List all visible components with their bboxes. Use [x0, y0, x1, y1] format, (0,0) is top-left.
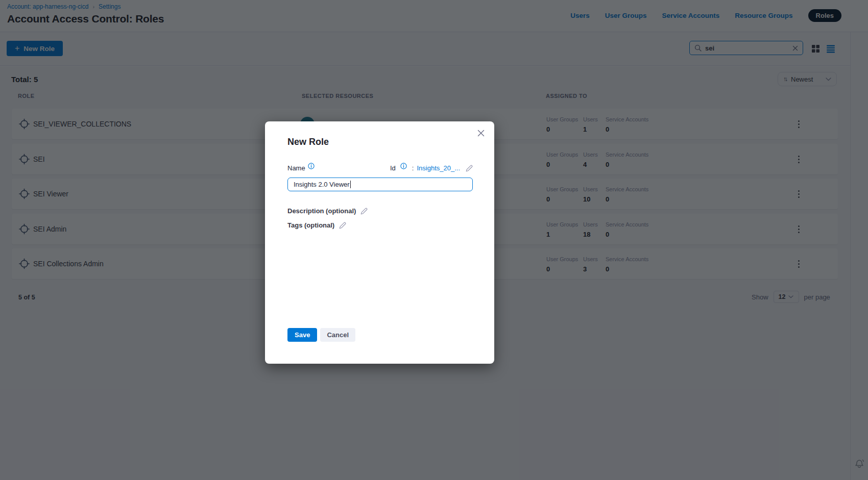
- role-name-input[interactable]: Insights 2.0 Viewer: [287, 178, 473, 191]
- description-label: Description (optional): [287, 207, 356, 215]
- save-button[interactable]: Save: [287, 328, 317, 342]
- info-icon: [308, 163, 315, 169]
- new-role-modal: New Role Name Id : Insights_20_... Insig…: [265, 121, 494, 364]
- cancel-button[interactable]: Cancel: [320, 328, 355, 342]
- edit-tags-pencil-icon: [339, 222, 346, 229]
- name-id-row: Name Id : Insights_20_...: [287, 164, 473, 172]
- name-label: Name: [287, 164, 305, 172]
- id-value: Insights_20_...: [417, 164, 460, 172]
- id-separator: :: [412, 164, 414, 172]
- modal-title: New Role: [287, 137, 329, 147]
- modal-actions: Save Cancel: [287, 328, 355, 342]
- description-toggle[interactable]: Description (optional): [287, 207, 368, 215]
- id-label: Id: [390, 164, 396, 172]
- role-name-input-value: Insights 2.0 Viewer: [294, 181, 350, 188]
- edit-id-pencil-icon[interactable]: [466, 165, 473, 172]
- close-icon[interactable]: [477, 129, 485, 137]
- text-caret: [350, 181, 351, 188]
- edit-description-pencil-icon: [360, 208, 368, 215]
- info-icon: [400, 163, 407, 169]
- tags-label: Tags (optional): [287, 221, 334, 229]
- tags-toggle[interactable]: Tags (optional): [287, 221, 346, 229]
